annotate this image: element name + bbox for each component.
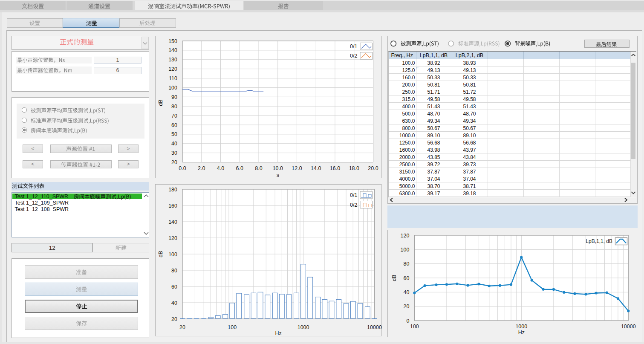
- svg-text:40: 40: [171, 300, 177, 306]
- svg-text:16.0: 16.0: [329, 165, 340, 171]
- svg-text:1000: 1000: [297, 324, 309, 330]
- svg-text:80: 80: [171, 268, 177, 274]
- svg-text:150: 150: [168, 38, 177, 44]
- svg-text:1000: 1000: [515, 324, 527, 330]
- svg-text:dB: dB: [391, 275, 397, 281]
- svg-text:140: 140: [168, 47, 177, 53]
- svg-text:80: 80: [171, 104, 177, 110]
- svg-text:30: 30: [171, 150, 177, 156]
- svg-text:70: 70: [171, 113, 177, 119]
- svg-text:20: 20: [179, 324, 185, 330]
- svg-text:50: 50: [171, 131, 177, 137]
- svg-text:20.0: 20.0: [368, 165, 378, 171]
- svg-text:14.0: 14.0: [311, 165, 321, 171]
- svg-text:s: s: [276, 172, 279, 178]
- svg-text:80: 80: [403, 261, 409, 267]
- svg-text:40: 40: [171, 141, 177, 147]
- svg-text:20: 20: [171, 316, 177, 322]
- svg-text:dB: dB: [158, 99, 164, 106]
- svg-text:0: 0: [406, 318, 409, 324]
- svg-text:0/1: 0/1: [350, 43, 357, 49]
- svg-text:90: 90: [171, 94, 177, 100]
- svg-text:40: 40: [403, 289, 409, 295]
- svg-text:100: 100: [410, 324, 419, 330]
- svg-text:100: 100: [168, 251, 177, 257]
- svg-text:8.0: 8.0: [255, 165, 262, 171]
- svg-text:120: 120: [168, 66, 177, 72]
- svg-text:12.0: 12.0: [292, 165, 302, 171]
- svg-text:110: 110: [169, 75, 177, 81]
- svg-text:120: 120: [168, 235, 177, 241]
- svg-text:140: 140: [168, 219, 177, 225]
- svg-text:0.0: 0.0: [179, 165, 186, 171]
- svg-text:120: 120: [401, 233, 410, 239]
- svg-text:0/2: 0/2: [350, 53, 357, 59]
- svg-text:100: 100: [168, 85, 177, 91]
- svg-text:2.0: 2.0: [198, 165, 205, 171]
- svg-text:dB: dB: [158, 251, 164, 257]
- svg-text:10.0: 10.0: [272, 165, 283, 171]
- svg-text:100: 100: [401, 247, 410, 253]
- svg-text:60: 60: [171, 284, 177, 290]
- svg-text:LpB,1,1, dB: LpB,1,1, dB: [586, 238, 612, 244]
- svg-text:Hz: Hz: [275, 330, 281, 336]
- svg-text:6.0: 6.0: [236, 165, 243, 171]
- svg-text:20: 20: [403, 304, 409, 309]
- svg-text:0/1: 0/1: [350, 192, 357, 198]
- svg-text:100: 100: [228, 324, 237, 330]
- svg-text:180: 180: [168, 187, 177, 193]
- svg-text:10000: 10000: [621, 324, 636, 330]
- svg-text:20: 20: [171, 159, 177, 165]
- svg-text:4.0: 4.0: [217, 165, 224, 171]
- svg-text:160: 160: [168, 203, 177, 209]
- svg-text:10000: 10000: [367, 324, 382, 330]
- svg-text:Hz: Hz: [518, 330, 525, 335]
- svg-text:18.0: 18.0: [349, 165, 359, 171]
- svg-text:60: 60: [171, 122, 177, 128]
- svg-text:0/2: 0/2: [350, 202, 357, 208]
- svg-text:60: 60: [403, 275, 409, 281]
- svg-text:130: 130: [168, 57, 177, 63]
